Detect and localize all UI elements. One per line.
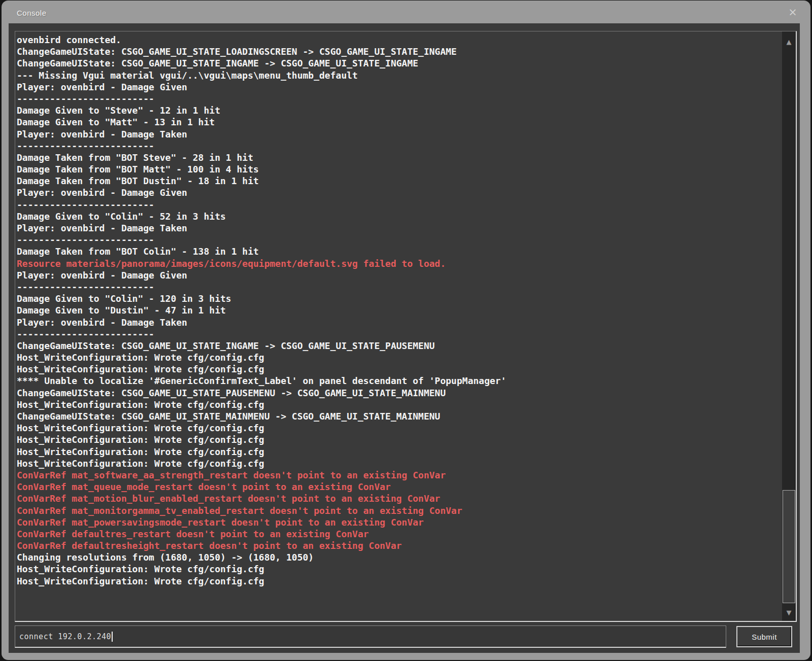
console-line: ConVarRef defaultres_restart doesn't poi… bbox=[17, 528, 781, 540]
console-line: ChangeGameUIState: CSGO_GAME_UI_STATE_LO… bbox=[17, 46, 781, 57]
console-line: Damage Given to "Colin" - 52 in 3 hits bbox=[17, 211, 781, 222]
console-line: Player: ovenbird - Damage Given bbox=[17, 187, 781, 198]
console-line: Damage Given to "Matt" - 13 in 1 hit bbox=[17, 116, 781, 128]
scroll-thumb[interactable] bbox=[783, 490, 795, 603]
console-line: ChangeGameUIState: CSGO_GAME_UI_STATE_IN… bbox=[17, 340, 781, 352]
console-line: ChangeGameUIState: CSGO_GAME_UI_STATE_PA… bbox=[17, 387, 781, 399]
console-window: Console × ovenbird connected.ChangeGameU… bbox=[2, 1, 810, 660]
scroll-up-icon[interactable]: ▲ bbox=[782, 39, 796, 45]
console-line: Player: ovenbird - Damage Taken bbox=[17, 128, 781, 140]
console-line: ------------------------- bbox=[17, 199, 781, 211]
console-line: Host_WriteConfiguration: Wrote cfg/confi… bbox=[17, 352, 781, 363]
console-line: Host_WriteConfiguration: Wrote cfg/confi… bbox=[17, 399, 781, 410]
close-icon[interactable]: × bbox=[786, 6, 799, 19]
console-line: Player: ovenbird - Damage Taken bbox=[17, 317, 781, 328]
console-line: Host_WriteConfiguration: Wrote cfg/confi… bbox=[17, 363, 781, 375]
console-line: Host_WriteConfiguration: Wrote cfg/confi… bbox=[17, 434, 781, 445]
console-line: Host_WriteConfiguration: Wrote cfg/confi… bbox=[17, 422, 781, 434]
console-line: ConVarRef mat_monitorgamma_tv_enabled_re… bbox=[17, 505, 781, 516]
console-line: Player: ovenbird - Damage Taken bbox=[17, 222, 781, 234]
console-line: ------------------------- bbox=[17, 234, 781, 246]
console-line: ChangeGameUIState: CSGO_GAME_UI_STATE_MA… bbox=[17, 410, 781, 422]
console-line: Player: ovenbird - Damage Given bbox=[17, 269, 781, 281]
console-line: Damage Taken from "BOT Matt" - 100 in 4 … bbox=[17, 163, 781, 175]
command-input-value: connect 192.0.2.240 bbox=[19, 632, 111, 641]
console-output-lines: ovenbird connected.ChangeGameUIState: CS… bbox=[17, 34, 781, 620]
console-line: ------------------------- bbox=[17, 93, 781, 105]
console-line: Damage Given to "Steve" - 12 in 1 hit bbox=[17, 105, 781, 116]
console-line: ConVarRef defaultresheight_restart doesn… bbox=[17, 540, 781, 551]
console-line: --- Missing Vgui material vgui/..\vgui\m… bbox=[17, 69, 781, 81]
console-line: ------------------------- bbox=[17, 281, 781, 293]
console-line: Changing resolutions from (1680, 1050) -… bbox=[17, 551, 781, 563]
console-line: ConVarRef mat_motion_blur_enabled_restar… bbox=[17, 493, 781, 504]
titlebar[interactable]: Console × bbox=[2, 1, 810, 23]
console-line: Host_WriteConfiguration: Wrote cfg/confi… bbox=[17, 446, 781, 458]
command-input[interactable]: connect 192.0.2.240 bbox=[15, 625, 726, 648]
console-line: Damage Given to "Colin" - 120 in 3 hits bbox=[17, 293, 781, 304]
console-line: Damage Taken from "BOT Dustin" - 18 in 1… bbox=[17, 175, 781, 187]
submit-button-label: Submit bbox=[752, 633, 777, 641]
console-line: Damage Taken from "BOT Colin" - 138 in 1… bbox=[17, 246, 781, 257]
console-line: **** Unable to localize '#GenericConfirm… bbox=[17, 375, 781, 387]
console-line: Host_WriteConfiguration: Wrote cfg/confi… bbox=[17, 563, 781, 575]
console-line: Host_WriteConfiguration: Wrote cfg/confi… bbox=[17, 458, 781, 469]
scroll-down-icon[interactable]: ▼ bbox=[782, 609, 796, 616]
console-line: ------------------------- bbox=[17, 328, 781, 340]
console-line: ConVarRef mat_powersavingsmode_restart d… bbox=[17, 516, 781, 528]
console-line: Damage Given to "Dustin" - 47 in 1 hit bbox=[17, 304, 781, 316]
console-line: Player: ovenbird - Damage Given bbox=[17, 81, 781, 93]
console-line: ConVarRef mat_queue_mode_restart doesn't… bbox=[17, 481, 781, 493]
submit-button[interactable]: Submit bbox=[736, 626, 792, 647]
text-caret bbox=[112, 632, 113, 642]
scrollbar[interactable]: ▲ ▼ bbox=[782, 31, 796, 621]
console-panel: ovenbird connected.ChangeGameUIState: CS… bbox=[9, 23, 800, 653]
console-line: Resource materials/panorama/images/icons… bbox=[17, 258, 781, 269]
console-output: ovenbird connected.ChangeGameUIState: CS… bbox=[15, 31, 797, 622]
window-title: Console bbox=[17, 9, 47, 17]
console-line: ovenbird connected. bbox=[17, 34, 781, 46]
console-line: ConVarRef mat_software_aa_strength_resta… bbox=[17, 469, 781, 481]
console-line: Damage Taken from "BOT Steve" - 28 in 1 … bbox=[17, 152, 781, 163]
console-line: Host_WriteConfiguration: Wrote cfg/confi… bbox=[17, 575, 781, 587]
console-line: ------------------------- bbox=[17, 140, 781, 152]
console-line: ChangeGameUIState: CSGO_GAME_UI_STATE_IN… bbox=[17, 57, 781, 69]
